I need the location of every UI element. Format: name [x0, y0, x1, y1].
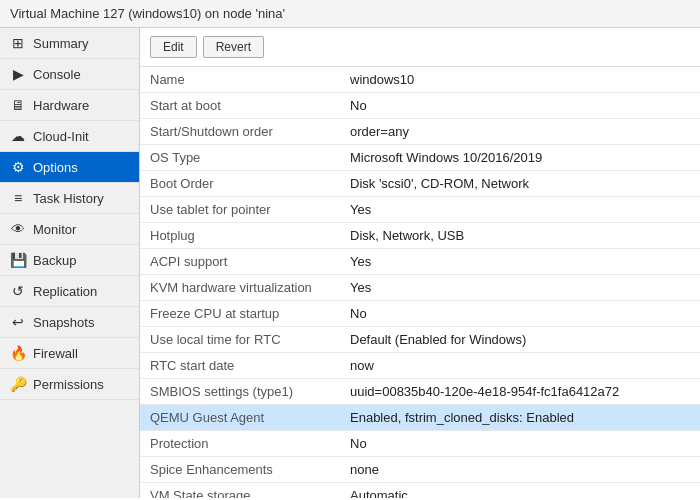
sidebar-label-firewall: Firewall	[33, 346, 78, 361]
table-row: Start at bootNo	[140, 93, 700, 119]
row-value: Microsoft Windows 10/2016/2019	[340, 145, 700, 171]
sidebar-label-monitor: Monitor	[33, 222, 76, 237]
sidebar-item-cloud-init[interactable]: ☁Cloud-Init	[0, 121, 139, 152]
row-value: Disk 'scsi0', CD-ROM, Network	[340, 171, 700, 197]
row-value: Enabled, fstrim_cloned_disks: Enabled	[340, 405, 700, 431]
sidebar-item-firewall[interactable]: 🔥Firewall	[0, 338, 139, 369]
row-key: Name	[140, 67, 340, 93]
row-key: ACPI support	[140, 249, 340, 275]
replication-icon: ↺	[10, 283, 26, 299]
table-row: Use tablet for pointerYes	[140, 197, 700, 223]
sidebar-item-hardware[interactable]: 🖥Hardware	[0, 90, 139, 121]
table-row: Namewindows10	[140, 67, 700, 93]
table-row: RTC start datenow	[140, 353, 700, 379]
row-key: Start/Shutdown order	[140, 119, 340, 145]
row-value: now	[340, 353, 700, 379]
main-container: ⊞Summary▶Console🖥Hardware☁Cloud-Init⚙Opt…	[0, 28, 700, 498]
sidebar-label-options: Options	[33, 160, 78, 175]
row-key: Spice Enhancements	[140, 457, 340, 483]
sidebar-label-backup: Backup	[33, 253, 76, 268]
hardware-icon: 🖥	[10, 97, 26, 113]
sidebar-label-hardware: Hardware	[33, 98, 89, 113]
row-value: Default (Enabled for Windows)	[340, 327, 700, 353]
row-value: Disk, Network, USB	[340, 223, 700, 249]
table-row: SMBIOS settings (type1)uuid=00835b40-120…	[140, 379, 700, 405]
snapshots-icon: ↩	[10, 314, 26, 330]
row-key: VM State storage	[140, 483, 340, 499]
row-value: none	[340, 457, 700, 483]
table-row: Freeze CPU at startupNo	[140, 301, 700, 327]
summary-icon: ⊞	[10, 35, 26, 51]
sidebar-label-cloud-init: Cloud-Init	[33, 129, 89, 144]
row-key: Start at boot	[140, 93, 340, 119]
cloud-init-icon: ☁	[10, 128, 26, 144]
row-value: Automatic	[340, 483, 700, 499]
content-area: Edit Revert Namewindows10Start at bootNo…	[140, 28, 700, 498]
table-row: VM State storageAutomatic	[140, 483, 700, 499]
row-key: KVM hardware virtualization	[140, 275, 340, 301]
sidebar-label-snapshots: Snapshots	[33, 315, 94, 330]
sidebar-item-summary[interactable]: ⊞Summary	[0, 28, 139, 59]
sidebar-item-replication[interactable]: ↺Replication	[0, 276, 139, 307]
edit-button[interactable]: Edit	[150, 36, 197, 58]
title-bar: Virtual Machine 127 (windows10) on node …	[0, 0, 700, 28]
firewall-icon: 🔥	[10, 345, 26, 361]
row-key: OS Type	[140, 145, 340, 171]
row-key: Boot Order	[140, 171, 340, 197]
table-row: Use local time for RTCDefault (Enabled f…	[140, 327, 700, 353]
options-table: Namewindows10Start at bootNoStart/Shutdo…	[140, 67, 700, 498]
sidebar-label-console: Console	[33, 67, 81, 82]
row-value: No	[340, 301, 700, 327]
row-value: No	[340, 431, 700, 457]
row-value: No	[340, 93, 700, 119]
title-text: Virtual Machine 127 (windows10) on node …	[10, 6, 285, 21]
row-key: Use tablet for pointer	[140, 197, 340, 223]
console-icon: ▶	[10, 66, 26, 82]
table-row: KVM hardware virtualizationYes	[140, 275, 700, 301]
row-value: order=any	[340, 119, 700, 145]
revert-button[interactable]: Revert	[203, 36, 264, 58]
row-key: SMBIOS settings (type1)	[140, 379, 340, 405]
sidebar-label-task-history: Task History	[33, 191, 104, 206]
row-key: Freeze CPU at startup	[140, 301, 340, 327]
row-value: windows10	[340, 67, 700, 93]
table-row: HotplugDisk, Network, USB	[140, 223, 700, 249]
table-row: Boot OrderDisk 'scsi0', CD-ROM, Network	[140, 171, 700, 197]
sidebar: ⊞Summary▶Console🖥Hardware☁Cloud-Init⚙Opt…	[0, 28, 140, 498]
task-history-icon: ≡	[10, 190, 26, 206]
row-value: Yes	[340, 275, 700, 301]
monitor-icon: 👁	[10, 221, 26, 237]
options-icon: ⚙	[10, 159, 26, 175]
toolbar: Edit Revert	[140, 28, 700, 67]
permissions-icon: 🔑	[10, 376, 26, 392]
row-key: RTC start date	[140, 353, 340, 379]
table-row: Spice Enhancementsnone	[140, 457, 700, 483]
row-value: uuid=00835b40-120e-4e18-954f-fc1fa6412a7…	[340, 379, 700, 405]
sidebar-label-replication: Replication	[33, 284, 97, 299]
table-row: OS TypeMicrosoft Windows 10/2016/2019	[140, 145, 700, 171]
sidebar-item-permissions[interactable]: 🔑Permissions	[0, 369, 139, 400]
sidebar-label-summary: Summary	[33, 36, 89, 51]
row-key: Hotplug	[140, 223, 340, 249]
sidebar-item-console[interactable]: ▶Console	[0, 59, 139, 90]
row-key: QEMU Guest Agent	[140, 405, 340, 431]
sidebar-item-options[interactable]: ⚙Options	[0, 152, 139, 183]
sidebar-item-backup[interactable]: 💾Backup	[0, 245, 139, 276]
sidebar-item-snapshots[interactable]: ↩Snapshots	[0, 307, 139, 338]
row-value: Yes	[340, 197, 700, 223]
backup-icon: 💾	[10, 252, 26, 268]
sidebar-item-monitor[interactable]: 👁Monitor	[0, 214, 139, 245]
row-key: Use local time for RTC	[140, 327, 340, 353]
sidebar-item-task-history[interactable]: ≡Task History	[0, 183, 139, 214]
table-row: ProtectionNo	[140, 431, 700, 457]
sidebar-label-permissions: Permissions	[33, 377, 104, 392]
row-value: Yes	[340, 249, 700, 275]
row-key: Protection	[140, 431, 340, 457]
table-row: Start/Shutdown orderorder=any	[140, 119, 700, 145]
table-row: ACPI supportYes	[140, 249, 700, 275]
table-row: QEMU Guest AgentEnabled, fstrim_cloned_d…	[140, 405, 700, 431]
